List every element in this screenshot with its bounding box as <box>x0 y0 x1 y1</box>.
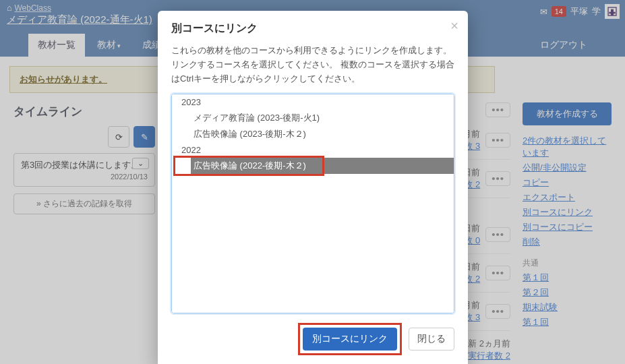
course-option[interactable]: 広告映像論 (2023-後期-木２) <box>172 126 454 142</box>
modal-description: これらの教材を他のコースから利用できるようにリンクを作成します。 リンクするコー… <box>171 44 454 86</box>
link-course-modal: × 別コースにリンク これらの教材を他のコースから利用できるようにリンクを作成し… <box>158 11 468 364</box>
modal-close-button[interactable]: × <box>450 19 458 32</box>
modal-cancel-button[interactable]: 閉じる <box>409 328 454 351</box>
course-option[interactable]: メディア教育論 (2023-後期-火1) <box>172 110 454 126</box>
modal-confirm-button[interactable]: 別コースにリンク <box>303 328 397 351</box>
tutorial-highlight: 別コースにリンク <box>298 323 402 355</box>
year-group-2022: 2022 <box>172 142 454 158</box>
close-icon: × <box>450 18 458 33</box>
year-group-2023: 2023 <box>172 94 454 110</box>
course-option-selected[interactable]: 広告映像論 (2022-後期-木２) <box>191 158 454 174</box>
modal-title: 別コースにリンク <box>171 22 454 36</box>
course-select-list[interactable]: 2023 メディア教育論 (2023-後期-火1) 広告映像論 (2023-後期… <box>171 94 454 313</box>
